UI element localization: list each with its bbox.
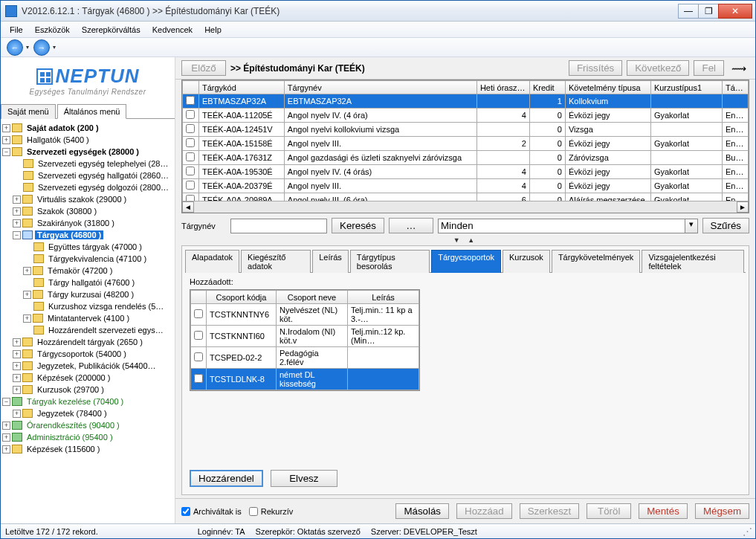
tree-node[interactable]: Szervezeti egység dolgozói (2800… xyxy=(36,183,171,192)
tree-node[interactable]: Órarendkészítés (90400 ) xyxy=(25,421,122,430)
minimize-button[interactable]: — xyxy=(678,4,699,19)
tree-node[interactable]: Tárgyekvivalencia (47100 ) xyxy=(46,254,149,263)
tree-node[interactable]: Együttes tárgyak (47000 ) xyxy=(46,242,144,251)
subcol-desc[interactable]: Leírás xyxy=(348,291,419,304)
tab-tipus[interactable]: Tárgytípus besorolás xyxy=(350,250,430,273)
tree-node[interactable]: Szervezeti egység telephelyei (28… xyxy=(36,159,170,168)
tab-kieg[interactable]: Kiegészítő adatok xyxy=(241,250,311,273)
left-tab-general[interactable]: Általános menü xyxy=(57,104,127,119)
nav-back-dropdown[interactable]: ▾ xyxy=(26,44,29,51)
tree-node[interactable]: Hallgatók (5400 ) xyxy=(25,135,91,144)
table-row[interactable]: TEÉK-A0A-19530ÉAngol nyelv IV. (4 órás)4… xyxy=(183,165,749,179)
search-input[interactable] xyxy=(230,219,327,233)
tab-vizsga[interactable]: Vizsgajelentkezési feltételek xyxy=(642,250,744,273)
col-k1[interactable]: Kurzustípus1 xyxy=(650,81,722,94)
tree-node[interactable]: Hozzárendelt szervezeti egys… xyxy=(46,326,166,335)
tree-node[interactable]: Képzések (115600 ) xyxy=(25,445,102,454)
sub-grid[interactable]: Csoport kódja Csoport neve Leírás TCSTKN… xyxy=(190,289,420,391)
tree-node[interactable]: Kurzushoz vizsga rendelés (5… xyxy=(46,302,166,311)
subcol-name[interactable]: Csoport neve xyxy=(277,291,348,304)
search-more-button[interactable]: … xyxy=(389,218,433,233)
filter-combo[interactable]: ▾ xyxy=(438,219,698,233)
menu-fav[interactable]: Kedvencek xyxy=(146,23,198,36)
delete-button[interactable]: Töröl xyxy=(587,503,631,519)
menu-tools[interactable]: Eszközök xyxy=(29,23,76,36)
chevron-down-icon[interactable]: ▾ xyxy=(685,219,698,233)
tree-node-selected[interactable]: Tárgyak (46800 ) xyxy=(35,230,103,239)
edit-button[interactable]: Szerkeszt xyxy=(520,503,580,519)
tree-node[interactable]: Tárgycsoportok (54000 ) xyxy=(35,349,129,358)
recursive-checkbox[interactable]: Rekurzív xyxy=(249,507,293,516)
splitter-collapse[interactable]: ▼ ▲ xyxy=(175,236,755,244)
menu-file[interactable]: File xyxy=(4,23,29,36)
prev-button[interactable]: Előző xyxy=(181,60,226,76)
col-kredit[interactable]: Kredit xyxy=(529,81,565,94)
col-req[interactable]: Követelmény típusa xyxy=(565,81,650,94)
tree-node[interactable]: Mintatantervek (4100 ) xyxy=(45,314,132,323)
nav-forward-button[interactable]: → xyxy=(33,39,50,56)
tree-node[interactable]: Virtuális szakok (29000 ) xyxy=(35,195,129,204)
tab-kovet[interactable]: Tárgykövetelmények xyxy=(552,250,641,273)
table-row[interactable]: TCSPED-02-2Pedagógia 2.félév xyxy=(191,347,419,369)
next-button[interactable]: Következő xyxy=(627,60,689,76)
col-name[interactable]: Tárgynév xyxy=(284,81,476,94)
h-scrollbar[interactable]: ◄► xyxy=(182,201,749,213)
table-row[interactable]: TEÉK-A0A-15158ÉAngol nyelv III.2 0Évközi… xyxy=(183,137,749,151)
filter-button[interactable]: Szűrés xyxy=(702,218,749,233)
table-row[interactable]: TCSTLDLNK-8német DL kissebség xyxy=(191,369,419,390)
assign-button[interactable]: Hozzárendel xyxy=(190,470,263,487)
tree-node[interactable]: Szervezeti egység hallgatói (2860… xyxy=(36,171,171,180)
table-row[interactable]: TEÉK-A0A-11205ÉAngol nyelv IV. (4 óra)4 … xyxy=(183,109,749,123)
close-button[interactable]: ✕ xyxy=(718,4,752,19)
filter-combo-input[interactable] xyxy=(438,219,685,233)
up-button[interactable]: Fel xyxy=(694,60,724,76)
table-row[interactable]: TCSTKNNTI60N.Irodalom (NI) köt.vTelj.min… xyxy=(191,326,419,347)
tree-node[interactable]: Jegyzetek (78400 ) xyxy=(35,409,109,418)
table-row[interactable]: TEÉK-A0A-20989AAngol nyelv III. (6 óra)6… xyxy=(183,193,749,201)
tab-alap[interactable]: Alapadatok xyxy=(185,250,239,273)
table-row[interactable]: TCSTKNNTNY6Nyelvészet (NL) köt.Telj.min.… xyxy=(191,304,419,326)
tree-node[interactable]: Tárgy kurzusai (48200 ) xyxy=(45,290,136,299)
table-row[interactable]: EBTMASZAP32AEBTMASZAP32A 1Kollokvium xyxy=(183,94,749,109)
tree-node[interactable]: Adminisztráció (95400 ) xyxy=(25,433,115,442)
tree-node[interactable]: Saját adatok (200 ) xyxy=(25,123,101,132)
tree-node[interactable]: Kurzusok (29700 ) xyxy=(35,385,106,394)
cancel-button[interactable]: Mégsem xyxy=(695,503,749,519)
col-code[interactable]: Tárgykód xyxy=(198,81,284,94)
table-row[interactable]: TEÉK-A0A-17631ZAngol gazdasági és üzleti… xyxy=(183,151,749,165)
maximize-button[interactable]: ❐ xyxy=(698,4,719,19)
tree-node[interactable]: Témakör (47200 ) xyxy=(45,266,114,275)
tree-node[interactable]: Szakirányok (31800 ) xyxy=(35,219,117,227)
nav-back-button[interactable]: ← xyxy=(7,39,23,56)
menu-role[interactable]: Szerepkörváltás xyxy=(76,23,146,36)
left-tab-own[interactable]: Saját menü xyxy=(1,104,56,119)
archived-checkbox[interactable]: Archiváltak is xyxy=(181,507,242,516)
nav-forward-dropdown[interactable]: ▾ xyxy=(53,44,56,51)
col-ta[interactable]: Tá… xyxy=(722,81,748,94)
col-hours[interactable]: Heti órasz… xyxy=(476,81,529,94)
tab-csoport[interactable]: Tárgycsoportok xyxy=(431,250,501,273)
tab-kurzusok[interactable]: Kurzusok xyxy=(503,250,550,273)
subcol-code[interactable]: Csoport kódja xyxy=(207,291,277,304)
tab-leiras[interactable]: Leírás xyxy=(312,250,349,273)
table-row[interactable]: TEÉK-A0A-12451VAngol nyelvi kollokviumi … xyxy=(183,123,749,137)
tree-node[interactable]: Szervezeti egységek (28000 ) xyxy=(25,147,141,156)
tree-node[interactable]: Képzések (200000 ) xyxy=(35,373,112,382)
menu-help[interactable]: Help xyxy=(198,23,227,36)
main-grid[interactable]: Tárgykód Tárgynév Heti órasz… Kredit Köv… xyxy=(181,80,749,213)
table-row[interactable]: TEÉK-A0A-20379ÉAngol nyelv III.4 0Évközi… xyxy=(183,179,749,193)
col-check[interactable] xyxy=(183,81,199,94)
refresh-button[interactable]: Frissítés xyxy=(569,60,622,76)
tree-node[interactable]: Tárgy hallgatói (47600 ) xyxy=(46,278,137,287)
remove-button[interactable]: Elvesz xyxy=(271,470,337,487)
tree-node[interactable]: Jegyzetek, Publikációk (54400… xyxy=(35,361,158,370)
tree-node[interactable]: Hozzárendelt tárgyak (2650 ) xyxy=(35,338,145,346)
pin-icon[interactable]: ⟿ xyxy=(728,62,749,74)
tree-node[interactable]: Szakok (30800 ) xyxy=(35,207,99,216)
tree[interactable]: +Saját adatok (200 ) +Hallgatók (5400 ) … xyxy=(1,119,175,523)
resize-grip[interactable]: ⋰ xyxy=(743,526,751,537)
add-button[interactable]: Hozzáad xyxy=(456,503,512,519)
tree-node[interactable]: Tárgyak kezelése (70400 ) xyxy=(25,397,126,406)
search-button[interactable]: Keresés xyxy=(332,218,384,233)
save-button[interactable]: Mentés xyxy=(639,503,688,519)
